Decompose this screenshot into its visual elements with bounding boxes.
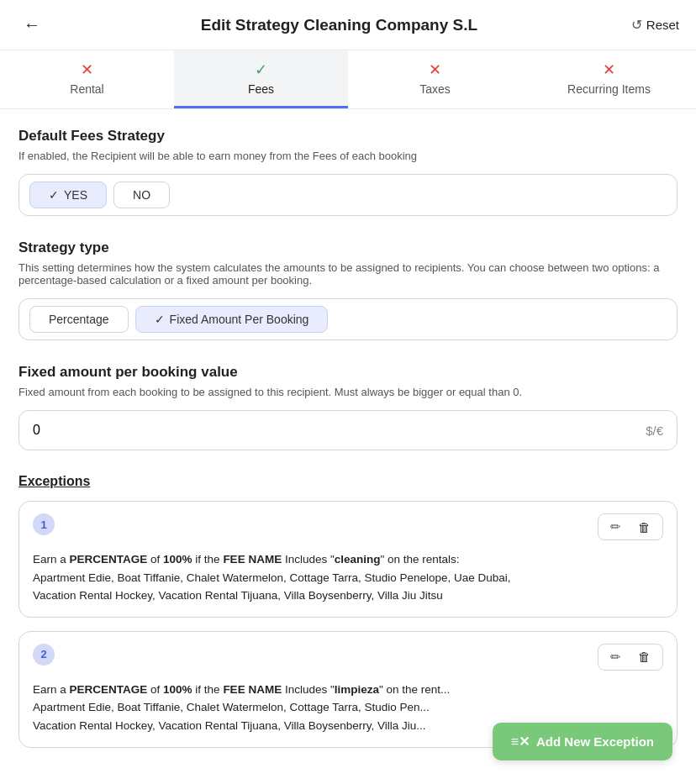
taxes-tab-icon: ✕ bbox=[429, 61, 441, 79]
percentage-button[interactable]: Percentage bbox=[29, 306, 129, 333]
tab-rental[interactable]: ✕ Rental bbox=[0, 50, 174, 108]
exception-2-header: 2 ✏ 🗑 bbox=[33, 644, 663, 671]
tab-recurring-label: Recurring Items bbox=[567, 82, 651, 96]
no-button[interactable]: NO bbox=[113, 182, 170, 208]
strategy-type-title: Strategy type bbox=[18, 239, 678, 256]
fees-tab-icon: ✓ bbox=[255, 61, 267, 79]
exception-2-actions: ✏ 🗑 bbox=[598, 644, 663, 671]
default-fees-title: Default Fees Strategy bbox=[18, 128, 678, 145]
reset-button[interactable]: ↺ Reset bbox=[631, 17, 679, 33]
exception-card-1: 1 ✏ 🗑 Earn a PERCENTAGE of 100% if the F… bbox=[18, 501, 678, 618]
yes-button[interactable]: ✓ YES bbox=[29, 182, 107, 208]
exception-1-header: 1 ✏ 🗑 bbox=[33, 513, 663, 540]
yes-label: YES bbox=[64, 188, 87, 202]
reset-label: Reset bbox=[646, 18, 679, 32]
exception-1-delete-button[interactable]: 🗑 bbox=[633, 518, 656, 536]
fixed-amount-section: Fixed amount per booking value Fixed amo… bbox=[18, 364, 678, 450]
exceptions-title: Exceptions bbox=[18, 474, 678, 489]
tab-fees[interactable]: ✓ Fees bbox=[174, 50, 348, 108]
fixed-amount-title: Fixed amount per booking value bbox=[18, 364, 678, 381]
no-label: NO bbox=[133, 188, 150, 202]
page-title: Edit Strategy Cleaning Company S.L bbox=[47, 16, 631, 34]
back-button[interactable]: ← bbox=[17, 12, 47, 38]
exception-1-text: Earn a PERCENTAGE of 100% if the FEE NAM… bbox=[33, 547, 663, 605]
strategy-type-desc: This setting determines how the system c… bbox=[18, 261, 678, 287]
default-fees-section: Default Fees Strategy If enabled, the Re… bbox=[18, 128, 678, 216]
yes-checkmark: ✓ bbox=[49, 188, 59, 202]
exception-2-number: 2 bbox=[33, 644, 55, 666]
tab-recurring[interactable]: ✕ Recurring Items bbox=[522, 50, 696, 108]
exception-1-number: 1 bbox=[33, 513, 55, 535]
tab-rental-label: Rental bbox=[70, 82, 103, 96]
tabs-container: ✕ Rental ✓ Fees ✕ Taxes ✕ Recurring Item… bbox=[0, 50, 696, 109]
fixed-amount-input[interactable] bbox=[33, 423, 646, 438]
percentage-label: Percentage bbox=[49, 313, 109, 326]
default-fees-toggle-group: ✓ YES NO bbox=[18, 174, 678, 216]
strategy-type-section: Strategy type This setting determines ho… bbox=[18, 239, 678, 340]
add-exception-label: Add New Exception bbox=[536, 734, 654, 749]
add-exception-icon: ≡✕ bbox=[511, 734, 530, 750]
default-fees-desc: If enabled, the Recipient will be able t… bbox=[18, 150, 678, 162]
add-exception-button[interactable]: ≡✕ Add New Exception bbox=[493, 723, 672, 760]
tab-fees-label: Fees bbox=[248, 82, 274, 96]
reset-icon: ↺ bbox=[631, 17, 642, 33]
fixed-amount-field-wrapper: $/€ bbox=[18, 410, 678, 450]
fixed-amount-desc: Fixed amount from each booking to be ass… bbox=[18, 386, 678, 398]
header: ← Edit Strategy Cleaning Company S.L ↺ R… bbox=[0, 0, 696, 50]
tab-taxes[interactable]: ✕ Taxes bbox=[348, 50, 522, 108]
fixed-amount-button[interactable]: ✓ Fixed Amount Per Booking bbox=[135, 306, 329, 333]
tab-taxes-label: Taxes bbox=[419, 82, 451, 96]
fixed-checkmark: ✓ bbox=[155, 313, 165, 326]
exception-1-edit-button[interactable]: ✏ bbox=[605, 518, 626, 536]
recurring-tab-icon: ✕ bbox=[603, 61, 615, 79]
exceptions-section: Exceptions 1 ✏ 🗑 Earn a PERCENTAGE of 10… bbox=[18, 474, 678, 748]
strategy-toggle-group: Percentage ✓ Fixed Amount Per Booking bbox=[18, 298, 678, 340]
exception-2-delete-button[interactable]: 🗑 bbox=[633, 648, 656, 666]
exception-2-edit-button[interactable]: ✏ bbox=[605, 648, 626, 666]
main-content: Default Fees Strategy If enabled, the Re… bbox=[0, 109, 696, 784]
fixed-label: Fixed Amount Per Booking bbox=[170, 313, 309, 326]
rental-tab-icon: ✕ bbox=[81, 61, 93, 79]
exception-1-actions: ✏ 🗑 bbox=[598, 513, 663, 540]
currency-suffix: $/€ bbox=[646, 424, 663, 438]
